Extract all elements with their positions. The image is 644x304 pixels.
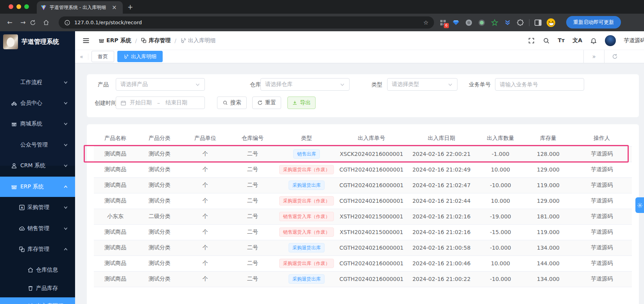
sidebar-item-member[interactable]: 会员中心 xyxy=(0,95,75,111)
tab-close-icon[interactable]: × xyxy=(112,4,117,11)
green-circle-ext-icon[interactable] xyxy=(477,18,486,27)
table-row[interactable]: 测试商品 测试分类 个 二号 采购退货出库（作废） CGTH2024021600… xyxy=(94,193,632,209)
chevron-down-icon xyxy=(340,82,345,87)
table-row[interactable]: 测试商品 测试分类 个 二号 采购退货出库 CGTH20240216000001… xyxy=(94,240,632,256)
search-button[interactable]: 搜索 xyxy=(217,97,247,109)
chevrons-ext-icon[interactable] xyxy=(503,18,512,27)
fullscreen-icon[interactable] xyxy=(528,37,535,44)
bell-icon[interactable] xyxy=(590,37,597,44)
close-window-icon[interactable] xyxy=(9,4,13,9)
column-header: 出入库单号 xyxy=(336,131,407,146)
table-row[interactable]: 测试商品 测试分类 个 二号 销售出库 XSCK20240216000001 2… xyxy=(94,146,632,162)
browser-tab[interactable]: 芋道管理系统 - 出入库明细 × xyxy=(37,1,123,14)
date-range-picker[interactable]: 开始日期 – 结束日期 xyxy=(116,97,205,109)
sidebar-item-mall[interactable]: 商城系统 xyxy=(0,116,75,132)
sidebar-item-stock-record[interactable]: 出入库明细 xyxy=(0,297,75,304)
breadcrumb-item-erp[interactable]: ERP 系统 xyxy=(99,37,131,44)
circle-ext-icon[interactable] xyxy=(465,18,473,27)
font-size-icon[interactable]: Tт xyxy=(558,37,565,44)
cell-order-no: CGTH20240216000001 xyxy=(336,193,407,209)
sidebar-item-erp[interactable]: ERP 系统 xyxy=(0,177,75,197)
warehouse-icon xyxy=(27,267,34,273)
table-row[interactable]: 测试商品 测试分类 个 二号 销售退货入库（作废） XSTH2024021500… xyxy=(94,224,632,240)
tab-stock-record[interactable]: 出入库明细 xyxy=(117,51,163,62)
cell-unit: 个 xyxy=(182,193,228,209)
locale-icon[interactable]: 文A xyxy=(572,37,582,44)
profile-avatar-icon[interactable] xyxy=(547,18,555,27)
cell-warehouse: 二号 xyxy=(228,271,277,287)
sidebar-item-workflow[interactable]: 工作流程 xyxy=(0,75,75,90)
type-select[interactable]: 请选择类型 xyxy=(387,78,457,91)
cell-warehouse: 二号 xyxy=(228,193,277,209)
table-row[interactable]: 测试商品 测试分类 个 二号 采购退货出库（作废） CGTH2024021600… xyxy=(94,256,632,271)
product-select[interactable]: 请选择产品 xyxy=(116,78,205,91)
scroll-tags-right-icon[interactable]: » xyxy=(583,50,604,63)
cell-quantity: -10.000 xyxy=(476,177,525,193)
app-header: ERP 系统 / 库存管理 / 出入库明细 Tт 文A xyxy=(75,31,644,50)
reset-button[interactable]: 重置 xyxy=(252,97,281,109)
collapse-menu-icon[interactable] xyxy=(82,37,90,45)
end-date-placeholder[interactable]: 结束日期 xyxy=(165,99,187,106)
table-row[interactable]: 测试商品 测试分类 个 二号 采购退货出库（作废） CGTH2024021600… xyxy=(94,162,632,177)
sidebar-item-official-account[interactable]: 公众号管理 xyxy=(0,137,75,153)
search-icon[interactable] xyxy=(543,37,550,44)
address-bar[interactable]: 127.0.0.1/erp/stock/record ☆ xyxy=(59,16,434,29)
cell-product: 测试商品 xyxy=(94,256,137,271)
sidebar-item-sales[interactable]: 销售管理 xyxy=(0,221,75,236)
cell-product: 测试商品 xyxy=(94,193,137,209)
cell-type: 采购退货出库（作废） xyxy=(277,162,336,177)
biz-no-input[interactable] xyxy=(500,81,579,88)
green-star-ext-icon[interactable] xyxy=(490,18,499,27)
reload-icon[interactable] xyxy=(30,20,43,26)
table-row[interactable]: 测试商品 测试分类 个 二号 采购退货出库 CGTH20240216000001… xyxy=(94,177,632,193)
sidebar-item-purchase[interactable]: A 采购管理 xyxy=(0,200,75,215)
breadcrumb-item-inventory[interactable]: 库存管理 xyxy=(141,37,170,44)
start-date-placeholder[interactable]: 开始日期 xyxy=(130,99,152,106)
scroll-tags-left-icon[interactable]: « xyxy=(75,54,88,60)
refresh-tab-icon[interactable] xyxy=(604,50,625,63)
cell-warehouse: 二号 xyxy=(228,177,277,193)
tab-home[interactable]: 首页 xyxy=(91,51,114,62)
new-tab-icon[interactable]: + xyxy=(127,3,133,11)
user-name[interactable]: 芋道源码 xyxy=(624,37,644,44)
relaunch-update-button[interactable]: 重新启动即可更新 xyxy=(566,16,621,29)
sidebar-panel-icon[interactable] xyxy=(534,18,542,27)
refresh-icon xyxy=(257,100,263,106)
cell-stock: 129.000 xyxy=(525,162,572,177)
user-avatar[interactable] xyxy=(605,35,616,46)
cell-order-no: XSTH20240215000001 xyxy=(336,224,407,240)
chevron-down-icon xyxy=(195,82,200,87)
forward-icon[interactable]: → xyxy=(16,19,30,26)
logo[interactable]: 芋道管理系统 xyxy=(0,33,75,51)
inventory-icon xyxy=(141,38,147,43)
sidebar-item-crm[interactable]: CRM 系统 xyxy=(0,158,75,173)
back-icon[interactable]: ← xyxy=(3,19,16,26)
table-row[interactable]: 小东东 二级分类 个 二号 销售退货入库（作废） XSTH20240215000… xyxy=(94,209,632,224)
warehouse-select[interactable]: 请选择仓库 xyxy=(260,78,350,91)
cell-date: 2024-02-16 21:00:46 xyxy=(407,256,476,271)
main-content: 产品 请选择产品 仓库 请选择仓库 类型 请选择类型 业务单号 创建时间 xyxy=(75,63,644,304)
chevron-down-icon xyxy=(63,143,68,147)
sidebar-item-warehouse-info[interactable]: 仓库信息 xyxy=(0,262,75,278)
bookmark-star-icon[interactable]: ☆ xyxy=(423,19,429,26)
type-tag: 销售退货入库（作废） xyxy=(279,212,334,221)
cell-order-no: CGTH20240216000001 xyxy=(336,256,407,271)
sidebar-item-product-stock[interactable]: 产品库存 xyxy=(0,281,75,296)
minimize-window-icon[interactable] xyxy=(16,4,21,9)
home-icon[interactable] xyxy=(43,20,56,26)
info-icon[interactable] xyxy=(64,20,70,26)
maximize-window-icon[interactable] xyxy=(24,4,29,9)
url-text[interactable]: 127.0.0.1/erp/stock/record xyxy=(74,20,423,25)
sidebar-item-inventory[interactable]: 库存管理 xyxy=(0,241,75,257)
cell-stock: 128.000 xyxy=(525,146,572,162)
theme-settings-button[interactable] xyxy=(635,197,644,213)
gem-icon[interactable] xyxy=(452,18,460,27)
cell-category: 测试分类 xyxy=(137,146,182,162)
chevron-down-icon xyxy=(63,101,68,106)
table-row[interactable]: 测试商品 测试分类 个 二号 采购退货出库 CGTH20240216000001… xyxy=(94,271,632,287)
puzzle-icon[interactable] xyxy=(516,18,525,27)
extensions-grid-icon[interactable]: 6 xyxy=(439,18,447,27)
chevron-down-icon xyxy=(63,122,68,126)
export-button[interactable]: 导出 xyxy=(287,97,316,109)
window-controls[interactable] xyxy=(9,4,29,9)
